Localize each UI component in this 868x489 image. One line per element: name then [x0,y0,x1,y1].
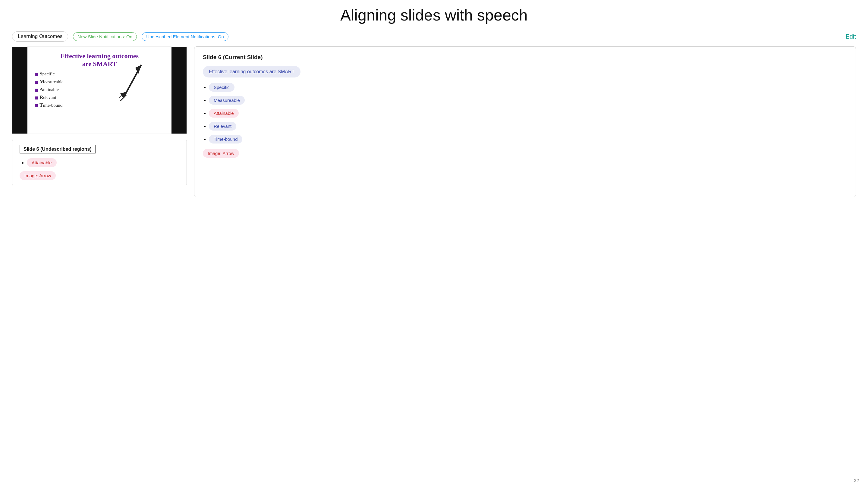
list-item-timebound: Time-bound [209,135,847,144]
bullet-square-icon [35,89,38,92]
timebound-tag[interactable]: Time-bound [209,135,242,144]
slide-panel-title: Slide 6 (Current Slide) [203,54,847,61]
list-item-specific: Specific [209,83,847,92]
attainable-tag[interactable]: Attainable [209,109,239,118]
undescribed-regions-box: Slide 6 (Undescribed regions) Attainable… [12,139,187,186]
right-panel: Slide 6 (Current Slide) Effective learni… [194,47,856,197]
measureable-tag[interactable]: Measureable [209,96,245,104]
slide-preview: Effective learning outcomes are SMART Sp… [12,47,187,134]
slide-black-right [172,47,187,133]
new-slide-notification-badge[interactable]: New Slide Notifications: On [73,32,137,41]
slide-black-left [12,47,27,133]
attainable-tag-undescribed[interactable]: Attainable [27,158,57,167]
bullet-square-icon [35,104,38,107]
page-number: 32 [854,478,859,483]
page-title: Aligning slides with speech [12,6,856,24]
bullet-square-icon [35,96,38,99]
list-item-attainable: Attainable [209,109,847,118]
undescribed-list: Attainable Image: Arrow [20,158,179,180]
panel-bullet-list: Specific Measureable Attainable Relevant… [203,83,847,144]
heading-tag[interactable]: Effective learning outcomes are SMART [203,66,301,78]
top-bar: Learning Outcomes New Slide Notification… [12,31,856,41]
bullet-square-icon [35,73,38,76]
list-item: Image: Arrow [20,170,179,180]
arrow-image [117,59,147,104]
left-column: Effective learning outcomes are SMART Sp… [12,47,187,186]
list-item: Attainable [27,158,179,167]
image-arrow-tag-undescribed[interactable]: Image: Arrow [20,171,56,180]
list-item-measureable: Measureable [209,96,847,104]
relevant-tag[interactable]: Relevant [209,122,236,130]
bullet-square-icon [35,81,38,84]
list-item-relevant: Relevant [209,122,847,130]
undescribed-element-notification-badge[interactable]: Undescribed Element Notifications: On [142,32,228,41]
image-arrow-tag-panel[interactable]: Image: Arrow [203,149,239,158]
slide-main-content: Effective learning outcomes are SMART Sp… [27,47,172,133]
svg-marker-1 [135,65,141,74]
undescribed-title: Slide 6 (Undescribed regions) [20,145,96,153]
specific-tag[interactable]: Specific [209,83,235,92]
main-content: Effective learning outcomes are SMART Sp… [12,47,856,197]
edit-button[interactable]: Edit [846,33,856,40]
learning-outcomes-tab[interactable]: Learning Outcomes [12,31,68,41]
